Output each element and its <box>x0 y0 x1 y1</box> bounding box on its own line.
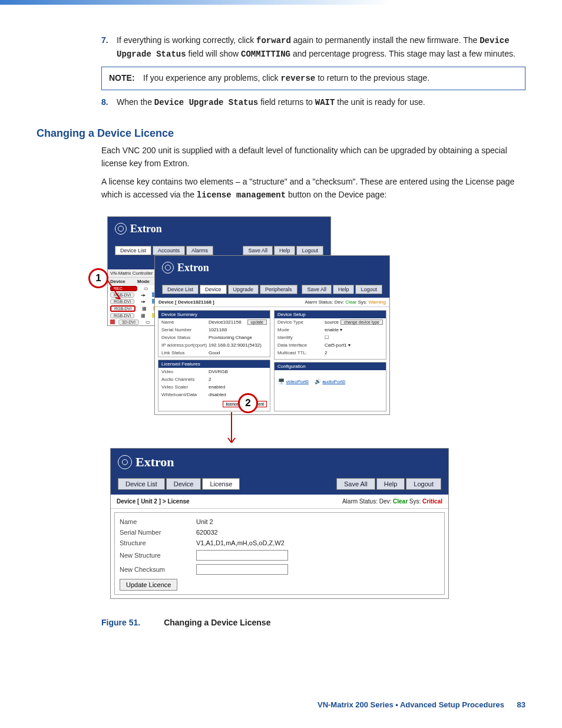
card-header: Licensed Features <box>158 360 270 368</box>
key: IP address:port(cport) <box>161 342 209 348</box>
panel-header: Extron Device List Device Upgrade Periph… <box>155 256 389 298</box>
breadcrumb: Device [ Unit 2 ] > License <box>117 498 190 505</box>
key: Name <box>161 319 209 325</box>
tab-upgrade[interactable]: Upgrade <box>228 285 259 294</box>
key: New Structure <box>120 552 196 559</box>
device-tag-selected: RGB-DVI <box>110 305 135 312</box>
brand-text: Extron <box>130 223 162 235</box>
arrow-icon <box>223 412 240 447</box>
code-committing: COMMITTING <box>241 50 290 59</box>
logout-button[interactable]: Logout <box>355 285 382 294</box>
code-wait: WAIT <box>315 98 335 107</box>
save-all-button[interactable]: Save All <box>302 285 332 294</box>
value: Unit 2 <box>196 518 213 525</box>
status-icon <box>110 319 115 324</box>
row: New Structure <box>120 548 439 562</box>
device-tag: REC <box>110 286 137 291</box>
tab-device[interactable]: Device <box>166 478 201 490</box>
license-form: NameUnit 2 Serial Number620032 Structure… <box>114 512 445 595</box>
tab-peripherals[interactable]: Peripherals <box>260 285 297 294</box>
tabs: Device List Device License <box>118 478 240 490</box>
row: Device Typesourcechange device type <box>275 318 386 326</box>
alarm-status: Alarm Status: Dev: Clear Sys: Critical <box>342 498 442 505</box>
identify-checkbox[interactable]: ☐ <box>325 335 383 340</box>
value: 2 <box>209 377 267 382</box>
save-all-button[interactable]: Save All <box>243 246 273 255</box>
row: StructureV1,A1,D1,mA,mH,oS,oD,Z,W2 <box>120 538 439 548</box>
page-content: 7. If everything is working correctly, c… <box>0 5 562 627</box>
panel-header: Extron Device List Device License Save A… <box>111 449 448 495</box>
value: Provisioning Change <box>209 335 267 340</box>
value: DVI/RGB <box>209 369 267 374</box>
audio-port-link[interactable]: audioPort0 <box>322 379 345 384</box>
key: Multicast TTL: <box>277 350 325 355</box>
right-buttons: Save All Help Logout <box>336 478 441 490</box>
key: Link Status <box>161 350 209 355</box>
card-device-setup: Device Setup Device Typesourcechange dev… <box>274 310 386 360</box>
tab-device[interactable]: Device <box>200 285 227 294</box>
code-license-management: license management <box>197 190 286 200</box>
help-button[interactable]: Help <box>274 246 296 255</box>
text: When the <box>117 97 154 107</box>
data-interface-select[interactable]: Cat5-port1 ▾ <box>325 342 383 348</box>
key: Data Interface <box>277 342 325 348</box>
tab-alarms[interactable]: Alarms <box>186 246 213 255</box>
update-button[interactable]: update <box>247 319 267 325</box>
paragraph: Each VNC 200 unit is supplied with a def… <box>101 144 525 170</box>
tab-device-list[interactable]: Device List <box>162 285 199 294</box>
page-number: 83 <box>517 700 525 709</box>
change-device-type-button[interactable]: change device type <box>340 319 383 325</box>
step-body: If everything is working correctly, clic… <box>117 34 525 61</box>
col: Device <box>110 279 137 284</box>
text: and percentage progress. This stage may … <box>293 49 515 58</box>
step-body: When the Device Upgrade Status field ret… <box>117 96 525 110</box>
video-port-link[interactable]: videoPort0 <box>286 379 309 384</box>
help-button[interactable]: Help <box>376 478 405 490</box>
save-all-button[interactable]: Save All <box>336 478 375 490</box>
key: Whiteboard/Data <box>161 392 209 397</box>
device-tag: RGB-DVI <box>110 292 134 298</box>
label: Alarm Status: Dev: <box>342 498 391 505</box>
tab-device-list[interactable]: Device List <box>115 246 151 255</box>
tab-accounts[interactable]: Accounts <box>153 246 185 255</box>
tab-device-list[interactable]: Device List <box>118 478 165 490</box>
code-forward: forward <box>256 36 291 45</box>
card-device-summary: Device Summary NameDevice1021158update S… <box>158 310 270 357</box>
key: Serial Number <box>120 529 196 536</box>
help-button[interactable]: Help <box>333 285 355 294</box>
key: Device Type <box>277 319 325 325</box>
row: Data InterfaceCat5-port1 ▾ <box>275 341 386 349</box>
breadcrumb-bar: Device [ Unit 2 ] > License Alarm Status… <box>111 495 448 509</box>
row: VideoDVI/RGB <box>158 368 270 375</box>
extron-logo-icon <box>115 223 127 235</box>
extron-logo-icon <box>118 455 132 469</box>
bc-prefix: Device [ Unit 2 ] > <box>117 498 167 505</box>
tab-license[interactable]: License <box>202 478 240 490</box>
value: V1,A1,D1,mA,mH,oS,oD,Z,W2 <box>196 539 285 546</box>
page-top-strip <box>0 0 562 5</box>
key: New Checksum <box>120 566 196 573</box>
new-checksum-input[interactable] <box>196 564 288 575</box>
device-tag: 3D-DVI <box>118 319 139 325</box>
card-header: Configuration <box>275 363 386 370</box>
figure-screenshot: 1 Extron Device List Accounts Alarms <box>107 213 455 605</box>
logout-button[interactable]: Logout <box>296 246 323 255</box>
col: Mode <box>137 279 155 284</box>
alarm-status: Alarm Status: Dev: Clear Sys: Warning <box>305 299 386 305</box>
figure-number: Figure 51. <box>101 618 140 627</box>
step-8: 8. When the Device Upgrade Status field … <box>101 96 525 110</box>
breadcrumb-bar: Device [ Device1021168 ] Alarm Status: D… <box>155 298 389 307</box>
text: If you experience any problems, click <box>143 73 280 83</box>
page-footer: VN-Matrix 200 Series • Advanced Setup Pr… <box>318 700 525 709</box>
new-structure-input[interactable] <box>196 550 288 561</box>
status-clear: Clear <box>393 498 408 505</box>
key: Serial Number <box>161 327 209 332</box>
value: 1021168 <box>209 327 267 332</box>
mode-select[interactable]: enable ▾ <box>325 327 383 332</box>
brand-text: Extron <box>135 454 174 470</box>
update-licence-button[interactable]: Update Licence <box>120 579 177 591</box>
key: Mode <box>277 327 325 332</box>
callout-2: 2 <box>238 393 258 413</box>
logout-button[interactable]: Logout <box>406 478 441 490</box>
key: Identify <box>277 335 325 340</box>
